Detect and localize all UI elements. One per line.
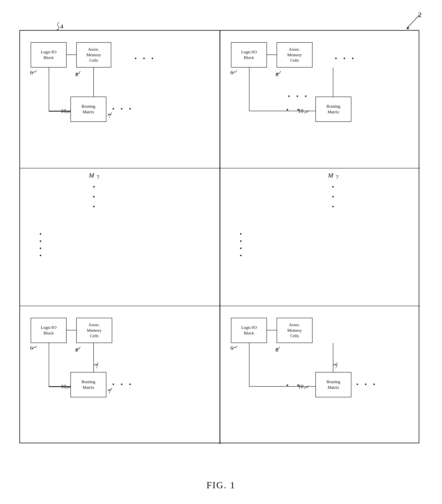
label-10-bl: 10 [61,383,66,390]
main-grid: Logic/IOBlock Assoc.MemoryCells RoutingM… [19,30,419,443]
squiggle-6-bl [32,344,37,349]
dots-h-mr: •••• [240,230,244,259]
squiggle-10-bl [66,385,71,390]
dots-h-br: • • • [356,381,378,388]
label-10-tl: 10 [61,108,66,114]
dots-mid-tr: • • • [335,55,356,62]
squiggle-4 [52,21,62,31]
fig-caption: FIG. 1 [206,480,236,490]
squiggle-8-tr [276,70,281,76]
routing-matrix-tl: RoutingMatrix [71,97,106,122]
cell-bottom-right: Logic/IOBlock Assoc.MemoryCells RoutingM… [220,306,420,444]
dots-h-ml: •••• [39,230,44,259]
conn-logic-down-tl [49,68,49,111]
logic-io-block-br: Logic/IOBlock [231,318,267,343]
dots-v-ml: ••• [93,182,95,212]
arrow-ref-2 [404,14,422,31]
squiggle-7-v-bl [93,361,99,366]
squiggle-6-tl [32,68,37,74]
squiggle-7-v-br [332,361,338,366]
cell-mid-left: 7 M ••• •••• [20,168,220,306]
conn-assoc-routing-tl [93,68,94,97]
squiggle-7-h-bl [107,387,112,392]
m-symbol-mr: M [328,172,333,179]
dots-h-mid-tl: • • • [134,55,156,62]
routing-matrix-tr: RoutingMatrix [315,97,351,122]
squiggle-7-h-tl [107,111,112,116]
dots-left-br: • • [286,382,303,389]
page: 2 4 Logic/IOBlock Assoc.MemoryCells Rout… [0,0,442,504]
conn-logic-down-br [249,343,249,387]
squiggle-8-br [275,345,280,351]
line-10-tl [49,111,70,112]
label-7-v-mr: 7 [336,174,339,180]
routing-matrix-br: RoutingMatrix [315,372,351,397]
assoc-memory-tr: Assoc.MemoryCells [276,42,313,68]
conn-logic-assoc-tl [67,54,77,55]
conn-logic-assoc-br [267,330,277,330]
cell-top-left: Logic/IOBlock Assoc.MemoryCells RoutingM… [20,31,220,168]
squiggle-6-br [232,344,238,349]
dots-h-tl: • • • [112,105,133,113]
assoc-memory-bl: Assoc.MemoryCells [76,318,112,343]
dots-h-bl: • • • [112,381,133,388]
logic-io-block-bl: Logic/IOBlock [31,318,67,343]
squiggle-6-tr [232,68,238,74]
conn-assoc-down-bl [93,343,94,372]
squiggle-8-tl [75,70,81,76]
dots-left-tr: • • [286,106,303,113]
cell-bottom-left: Logic/IOBlock Assoc.MemoryCells RoutingM… [20,306,220,444]
squiggle-8-bl [75,345,81,351]
conn-logic-assoc-bl [67,330,77,330]
label-7-v-ml: 7 [97,174,99,180]
conn-logic-assoc-tr [267,54,277,55]
dots-v-mr: ••• [332,182,334,212]
cell-mid-right: 7 M ••• •••• [220,168,420,306]
squiggle-10-br [303,385,309,390]
squiggle-10-tl [66,109,71,114]
line-10-bl [49,387,70,387]
conn-logic-down-bl [49,343,49,387]
squiggle-10-tr [303,109,309,114]
conn-logic-down-tr [249,68,249,111]
conn-assoc-down-tr [333,68,333,97]
assoc-memory-tl: Assoc.MemoryCells [76,42,111,68]
logic-io-block-tr: Logic/IOBlock [231,42,267,68]
m-symbol-ml: M [89,172,94,179]
routing-matrix-bl: RoutingMatrix [71,372,106,397]
svg-line-0 [407,15,420,28]
conn-assoc-down-br [333,343,333,372]
cell-top-right: Logic/IOBlock Assoc.MemoryCells RoutingM… [220,31,420,168]
logic-io-block-tl: Logic/IOBlock [31,42,67,68]
assoc-memory-br: Assoc.MemoryCells [276,318,313,343]
